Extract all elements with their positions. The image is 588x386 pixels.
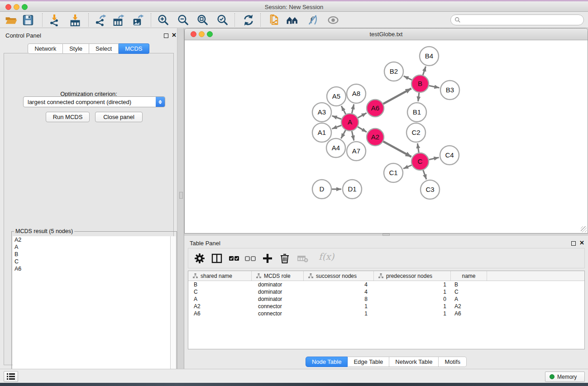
table-cell[interactable]: A2 <box>188 303 252 310</box>
graph-edge[interactable] <box>358 113 366 118</box>
delete-icon[interactable] <box>279 253 291 264</box>
zoom-out-icon[interactable] <box>177 14 190 26</box>
mcds-result-list[interactable]: A2ABCA6 <box>13 236 170 386</box>
graph-edge[interactable] <box>423 170 426 180</box>
dropdown-stepper-icon[interactable] <box>156 97 165 107</box>
tab-style[interactable]: Style <box>63 43 89 54</box>
tab-motifs[interactable]: Motifs <box>439 357 467 367</box>
table-cell[interactable]: C <box>188 288 252 295</box>
table-cell[interactable]: 1 <box>304 303 374 310</box>
close-panel-icon[interactable]: ✕ <box>172 32 177 38</box>
memory-button[interactable]: Memory <box>545 372 585 382</box>
table-cell[interactable]: A <box>188 295 252 303</box>
graph-edge[interactable] <box>352 131 354 141</box>
table-row[interactable]: Cdominator41C <box>188 288 584 295</box>
table-cell[interactable]: 1 <box>374 303 451 310</box>
export-table-icon[interactable] <box>112 14 125 26</box>
table-cell[interactable]: 4 <box>304 288 374 295</box>
column-header-shared-name[interactable]: shared name <box>188 271 252 281</box>
graph-edge[interactable] <box>423 67 425 75</box>
table-row[interactable]: Adominator80A <box>188 295 584 303</box>
columns-icon[interactable] <box>211 253 223 264</box>
table-cell[interactable]: 8 <box>304 295 374 303</box>
export-image-icon[interactable] <box>132 14 144 26</box>
graph-edge[interactable] <box>417 143 419 152</box>
table-cell[interactable]: dominator <box>252 281 304 288</box>
table-row[interactable]: Bdominator41B <box>188 281 584 288</box>
tab-node-table[interactable]: Node Table <box>306 357 348 367</box>
import-table-icon[interactable] <box>69 14 81 26</box>
graph-edge[interactable] <box>358 127 367 132</box>
tab-select[interactable]: Select <box>89 43 119 54</box>
graph-edge[interactable] <box>418 93 419 101</box>
result-scrollbar[interactable] <box>170 236 176 386</box>
table-cell[interactable]: 1 <box>304 310 374 317</box>
table-cell[interactable]: connector <box>252 303 304 310</box>
close-panel-button[interactable]: Close panel <box>95 112 143 122</box>
table-cell[interactable]: connector <box>252 310 304 317</box>
table-cell[interactable]: 1 <box>374 310 451 317</box>
table-cell[interactable]: 1 <box>374 288 451 295</box>
task-history-button[interactable] <box>4 371 18 382</box>
graph-edge[interactable] <box>383 142 411 157</box>
graph-edge[interactable] <box>332 125 342 129</box>
node-table[interactable]: shared name MCDS role successor nodes <box>188 271 585 349</box>
graph-edge[interactable] <box>332 116 342 119</box>
table-cell[interactable]: A6 <box>188 310 252 317</box>
table-cell[interactable]: A6 <box>451 310 487 317</box>
table-cell[interactable]: B <box>188 281 252 288</box>
criterion-dropdown[interactable]: largest connected component (directed) <box>23 96 165 107</box>
float-panel-icon[interactable] <box>571 241 576 246</box>
search-input[interactable] <box>461 17 583 23</box>
zoom-fit-icon[interactable] <box>196 14 209 26</box>
export-network-icon[interactable] <box>94 14 107 26</box>
column-header-mcds-role[interactable]: MCDS role <box>252 271 304 281</box>
float-panel-icon[interactable] <box>164 33 168 38</box>
table-cell[interactable]: C <box>451 288 487 295</box>
gear-icon[interactable] <box>194 253 206 264</box>
tab-network[interactable]: Network <box>28 43 63 54</box>
result-list-item[interactable]: A2 <box>13 236 170 243</box>
table-cell[interactable]: A <box>451 295 487 303</box>
table-cell[interactable]: B <box>451 281 487 288</box>
eye-icon[interactable] <box>327 14 339 26</box>
table-cell[interactable]: 4 <box>304 281 374 288</box>
network-from-file-icon[interactable] <box>268 14 281 26</box>
graph-edge[interactable] <box>341 106 346 114</box>
add-icon[interactable] <box>262 253 273 264</box>
close-panel-icon[interactable]: ✕ <box>579 239 584 246</box>
table-cell[interactable]: 0 <box>374 295 451 303</box>
splitter-handle[interactable] <box>179 192 183 199</box>
function-icon[interactable]: f(x) <box>319 251 334 262</box>
result-list-item[interactable]: B <box>13 251 170 258</box>
search-field[interactable] <box>450 14 584 25</box>
tab-mcds[interactable]: MCDS <box>119 43 149 54</box>
refresh-icon[interactable] <box>242 14 255 26</box>
network-canvas[interactable]: AA1A2A3A4A5A6A7A8BB1B2B3B4CC1C2C3C4DD1 <box>185 40 588 233</box>
graph-edge[interactable] <box>341 130 345 138</box>
save-icon[interactable] <box>22 14 34 26</box>
graph-edge[interactable] <box>403 165 411 169</box>
column-header-predecessor-nodes[interactable]: predecessor nodes <box>374 271 451 281</box>
result-list-item[interactable]: C <box>13 258 170 265</box>
table-row[interactable]: A6connector11A6 <box>188 310 584 317</box>
tab-edge-table[interactable]: Edge Table <box>348 357 389 367</box>
graph-edge[interactable] <box>404 76 412 80</box>
vertical-splitter[interactable] <box>177 28 184 369</box>
run-mcds-button[interactable]: Run MCDS <box>46 112 90 122</box>
column-header-successor-nodes[interactable]: successor nodes <box>304 271 374 281</box>
zoom-in-icon[interactable] <box>157 14 170 26</box>
result-list-item[interactable]: A <box>13 243 170 251</box>
graph-edge[interactable] <box>383 89 411 104</box>
deselect-all-icon[interactable] <box>244 253 256 264</box>
network-graph[interactable]: AA1A2A3A4A5A6A7A8BB1B2B3B4CC1C2C3C4DD1 <box>185 40 588 233</box>
window-resize-grip[interactable] <box>581 226 587 232</box>
table-cell[interactable]: dominator <box>252 288 304 295</box>
graph-edge[interactable] <box>429 86 440 88</box>
result-list-item[interactable]: A6 <box>13 265 170 272</box>
tab-network-table[interactable]: Network Table <box>389 357 439 367</box>
table-cell[interactable]: 1 <box>374 281 451 288</box>
graph-edge[interactable] <box>429 157 439 160</box>
graph-edge[interactable] <box>352 104 354 113</box>
table-cell[interactable]: dominator <box>252 295 304 303</box>
